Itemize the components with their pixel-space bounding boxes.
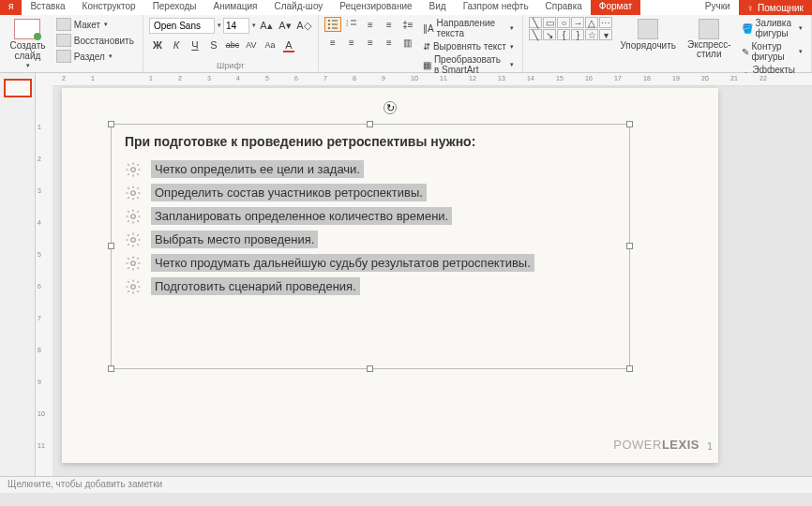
tab-insert[interactable]: Вставка (22, 0, 73, 15)
tab-assistant[interactable]: ♀ Помощник (739, 0, 812, 15)
express-styles-button[interactable]: Экспресс-стили (684, 17, 735, 61)
resize-handle-tl[interactable] (108, 121, 114, 127)
justify-button[interactable]: ≡ (381, 35, 398, 50)
svg-point-12 (131, 214, 136, 218)
decrease-font-button[interactable]: A▾ (277, 17, 293, 34)
workspace: 1234567891011 21123456789101112131415161… (0, 73, 812, 476)
tab-pens[interactable]: Ручки (697, 0, 739, 15)
smartart-icon: ▦ (423, 60, 431, 70)
bullet-item[interactable]: Запланировать определенное количество вр… (125, 207, 616, 225)
svg-point-4 (328, 27, 330, 29)
indent-decrease-button[interactable]: ≡ (362, 17, 379, 32)
bullet-item[interactable]: Определить состав участников ретроспекти… (125, 184, 616, 201)
svg-point-2 (328, 23, 330, 25)
svg-point-0 (328, 20, 330, 22)
font-name-select[interactable] (149, 18, 215, 34)
resize-handle-mr[interactable] (626, 243, 633, 249)
shape-more[interactable]: ⋯ (599, 17, 612, 28)
tab-view[interactable]: Вид (421, 0, 455, 15)
arrange-icon (638, 19, 658, 39)
clear-format-button[interactable]: A◇ (295, 17, 312, 34)
resize-handle-tm[interactable] (367, 121, 373, 127)
svg-point-14 (131, 260, 136, 265)
resize-handle-bl[interactable] (108, 365, 114, 372)
slide-title[interactable]: При подготовке к проведению ретроспектив… (112, 125, 629, 155)
align-text-button[interactable]: ⇵Выровнять текст▾ (420, 40, 518, 52)
resize-handle-br[interactable] (626, 365, 633, 372)
tab-gazprom[interactable]: Газпром нефть (455, 0, 537, 15)
shape-arrow[interactable]: → (571, 17, 584, 28)
font-color-button[interactable]: A (280, 37, 297, 53)
slide[interactable]: ↻ При подготовке к проведению ретроспект… (62, 88, 718, 463)
tab-format[interactable]: Формат (591, 0, 641, 15)
case-button[interactable]: Aa (262, 37, 278, 53)
bullet-text[interactable]: Четко определить ее цели и задачи. (151, 160, 364, 178)
bullet-item[interactable]: Четко определить ее цели и задачи. (125, 160, 616, 178)
tab-slideshow[interactable]: Слайд-шоу (265, 0, 331, 15)
shape-outline-button[interactable]: ✎Контур фигуры▾ (739, 40, 805, 63)
svg-point-10 (131, 167, 136, 171)
bullet-item[interactable]: Выбрать место проведения. (125, 231, 616, 248)
text-direction-button[interactable]: ‖AНаправление текста▾ (420, 17, 518, 39)
resize-handle-tr[interactable] (626, 121, 633, 127)
tab-animation[interactable]: Анимация (205, 0, 266, 15)
tab-review[interactable]: Рецензирование (331, 0, 420, 15)
reset-button[interactable]: Восстановить (53, 33, 137, 48)
line-spacing-button[interactable]: ‡≡ (399, 17, 416, 32)
layout-button[interactable]: Макет▾ (53, 17, 137, 32)
group-paragraph: 12 ≡ ≡ ‡≡ ≡ ≡ ≡ ≡ ▥ ‖AНаправление текста… (319, 15, 524, 72)
bullet-text[interactable]: Подготовить сценарий проведения. (151, 277, 360, 295)
lightbulb-icon: ♀ (747, 3, 755, 13)
bullet-text[interactable]: Определить состав участников ретроспекти… (151, 184, 427, 201)
align-left-button[interactable]: ≡ (324, 35, 341, 50)
align-right-button[interactable]: ≡ (362, 35, 379, 50)
arrange-button[interactable]: Упорядочить (616, 17, 680, 52)
shape-triangle[interactable]: △ (585, 17, 598, 28)
canvas-area: 2112345678910111213141516171819202122 ↻ … (53, 73, 812, 476)
shape-oval[interactable]: ○ (557, 17, 570, 28)
ribbon: Создать слайд ▾ Макет▾ Восстановить Разд… (0, 15, 812, 73)
section-button[interactable]: Раздел▾ (53, 49, 137, 64)
rotate-handle[interactable]: ↻ (383, 101, 397, 114)
font-size-select[interactable] (223, 18, 249, 34)
bullet-item[interactable]: Четко продумать дальнейшую судьбу резуль… (125, 254, 616, 272)
express-icon (699, 19, 719, 39)
text-box[interactable]: При подготовке к проведению ретроспектив… (111, 124, 630, 369)
shadow-button[interactable]: S (205, 37, 222, 53)
increase-font-button[interactable]: A▴ (258, 17, 275, 34)
tab-home-partial[interactable]: я (0, 0, 22, 15)
bold-button[interactable]: Ж (149, 37, 166, 53)
indent-increase-button[interactable]: ≡ (381, 17, 398, 32)
resize-handle-ml[interactable] (108, 243, 114, 249)
bullet-list[interactable]: Четко определить ее цели и задачи.Опреде… (112, 160, 629, 295)
bullet-text[interactable]: Четко продумать дальнейшую судьбу резуль… (151, 254, 534, 272)
bullets-button[interactable] (324, 17, 341, 32)
bullet-text[interactable]: Запланировать определенное количество вр… (151, 207, 452, 225)
tab-transitions[interactable]: Переходы (144, 0, 205, 15)
align-center-button[interactable]: ≡ (343, 35, 360, 50)
new-slide-button[interactable]: Создать слайд ▾ (6, 17, 50, 71)
shape-rect[interactable]: ▭ (543, 17, 556, 28)
new-slide-icon (14, 19, 40, 39)
thumbnail-1[interactable] (4, 79, 32, 97)
columns-button[interactable]: ▥ (399, 35, 416, 50)
strike-button[interactable]: abc (224, 37, 241, 53)
fill-icon: 🪣 (742, 23, 753, 34)
group-label-font: Шрифт (217, 60, 245, 70)
spacing-button[interactable]: AV (243, 37, 260, 53)
layout-icon (56, 18, 71, 31)
tab-help[interactable]: Справка (537, 0, 591, 15)
underline-button[interactable]: Ч (187, 37, 203, 53)
shapes-gallery[interactable]: ╲ ▭ ○ → △ ⋯ ╲ ↘ { } ☆ ▾ (529, 17, 612, 40)
resize-handle-bm[interactable] (367, 365, 373, 372)
shape-fill-button[interactable]: 🪣Заливка фигуры▾ (739, 17, 805, 39)
numbering-button[interactable]: 12 (343, 17, 360, 32)
group-font: ▾ ▾ A▴ A▾ A◇ Ж К Ч S abc AV Aa A Шрифт (143, 15, 319, 72)
notes-placeholder[interactable]: Щелкните, чтобы добавить заметки (0, 476, 812, 493)
shape-line[interactable]: ╲ (529, 17, 542, 28)
bullet-item[interactable]: Подготовить сценарий проведения. (125, 277, 616, 295)
bullet-text[interactable]: Выбрать место проведения. (151, 231, 318, 248)
tab-design[interactable]: Конструктор (74, 0, 144, 15)
italic-button[interactable]: К (168, 37, 185, 53)
svg-point-13 (131, 237, 136, 242)
